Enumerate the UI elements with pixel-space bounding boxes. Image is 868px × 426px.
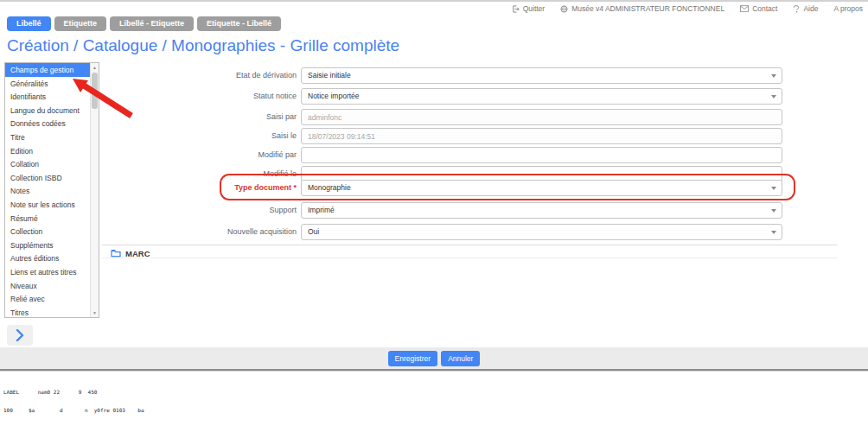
sidebar-item-relie-avec[interactable]: Relié avec bbox=[5, 292, 90, 306]
sidebar-item-autres-editions[interactable]: Autres éditions bbox=[5, 251, 90, 265]
about-button[interactable]: A propos bbox=[833, 4, 863, 13]
folder-icon bbox=[111, 249, 121, 258]
nouvelle-acquisition-select[interactable]: Oui bbox=[301, 224, 782, 240]
field-row-saisi-par: Saisi par bbox=[0, 109, 782, 125]
sidebar-expand-button[interactable] bbox=[7, 325, 33, 346]
help-icon bbox=[793, 5, 800, 13]
about-label: A propos bbox=[833, 4, 863, 13]
tab-libelle[interactable]: Libellé bbox=[7, 16, 51, 31]
user-session-info[interactable]: Musée v4 ADMINISTRATEUR FONCTIONNEL bbox=[560, 4, 724, 13]
chevron-down-icon bbox=[771, 187, 776, 190]
saisi-le-input bbox=[301, 128, 782, 144]
sidebar-item-niveaux[interactable]: Niveaux bbox=[5, 279, 90, 293]
tab-etiquette-libelle[interactable]: Etiquette - Libellé bbox=[197, 16, 281, 31]
marc-record-dump: LABEL nam0 22 9 450 100 $a d n y0fre 010… bbox=[3, 376, 338, 426]
field-row-saisi-le: Saisi le bbox=[0, 128, 782, 144]
statut-notice-select[interactable]: Notice importée bbox=[301, 88, 782, 105]
field-row-type-document: Type document * Monographie bbox=[0, 180, 782, 196]
etat-de-derivation-select[interactable]: Saisie initiale bbox=[301, 67, 782, 84]
contact-button[interactable]: Contact bbox=[740, 4, 777, 13]
envelope-icon bbox=[740, 5, 749, 12]
modifie-par-input[interactable] bbox=[301, 147, 782, 163]
help-label: Aide bbox=[803, 4, 818, 13]
field-label: Etat de dérivation bbox=[0, 67, 297, 84]
sidebar-item-supplements[interactable]: Suppléments bbox=[5, 238, 90, 252]
top-header: Quitter Musée v4 ADMINISTRATEUR FONCTION… bbox=[512, 4, 863, 13]
logout-icon bbox=[512, 5, 520, 13]
field-label: Saisi par bbox=[0, 109, 297, 125]
field-row-support: Support Imprimé bbox=[0, 202, 782, 219]
field-label: Nouvelle acquisition bbox=[0, 224, 297, 240]
field-label: Modifié par bbox=[0, 147, 297, 163]
field-row-nouvelle-acquisition: Nouvelle acquisition Oui bbox=[0, 224, 782, 240]
support-select[interactable]: Imprimé bbox=[301, 202, 782, 219]
saisi-par-input bbox=[301, 109, 782, 125]
field-label: Support bbox=[0, 202, 297, 219]
chevron-down-icon bbox=[771, 74, 776, 78]
marc-section-header[interactable]: MARC bbox=[102, 245, 837, 258]
help-button[interactable]: Aide bbox=[793, 4, 818, 13]
field-label: Statut notice bbox=[0, 88, 297, 105]
field-label: Saisi le bbox=[0, 128, 297, 144]
marc-line: LABEL nam0 22 9 450 bbox=[3, 389, 338, 395]
quit-label: Quitter bbox=[523, 4, 546, 13]
field-row-statut-notice: Statut notice Notice importée bbox=[0, 88, 782, 105]
globe-icon bbox=[560, 5, 568, 13]
sidebar-item-liens-et-autres-titres[interactable]: Liens et autres titres bbox=[5, 265, 90, 279]
marc-line: 100 $a d n y0fre 0103 ba bbox=[3, 407, 338, 413]
field-row-modifie-par: Modifié par bbox=[0, 147, 782, 163]
sidebar-item-titres[interactable]: Titres bbox=[5, 306, 90, 317]
field-row-etat-de-derivation: Etat de dérivation Saisie initiale bbox=[0, 67, 782, 84]
scroll-down-icon[interactable]: ▼ bbox=[91, 310, 99, 315]
user-session-label: Musée v4 ADMINISTRATEUR FONCTIONNEL bbox=[571, 4, 724, 13]
chevron-down-icon bbox=[771, 95, 776, 99]
chevron-right-icon bbox=[16, 329, 24, 341]
save-button[interactable]: Enregistrer bbox=[388, 351, 438, 366]
field-label-required: Type document * bbox=[0, 180, 297, 196]
contact-label: Contact bbox=[752, 4, 777, 13]
chevron-down-icon bbox=[771, 209, 776, 213]
frame-divider bbox=[0, 369, 868, 372]
cancel-button[interactable]: Annuler bbox=[441, 351, 480, 366]
chevron-down-icon bbox=[771, 231, 776, 234]
tab-libelle-etiquette[interactable]: Libellé - Etiquette bbox=[110, 16, 194, 31]
marc-section-label: MARC bbox=[125, 249, 150, 258]
application-window: Quitter Musée v4 ADMINISTRATEUR FONCTION… bbox=[0, 0, 868, 426]
quit-button[interactable]: Quitter bbox=[512, 4, 546, 13]
tab-etiquette[interactable]: Etiquette bbox=[54, 16, 107, 31]
page-title: Création / Catalogue / Monographies - Gr… bbox=[7, 36, 399, 55]
footer-action-bar: Enregistrer Annuler bbox=[0, 347, 868, 369]
view-tabs: Libellé Etiquette Libellé - Etiquette Et… bbox=[7, 16, 281, 31]
type-document-select[interactable]: Monographie bbox=[301, 180, 782, 196]
